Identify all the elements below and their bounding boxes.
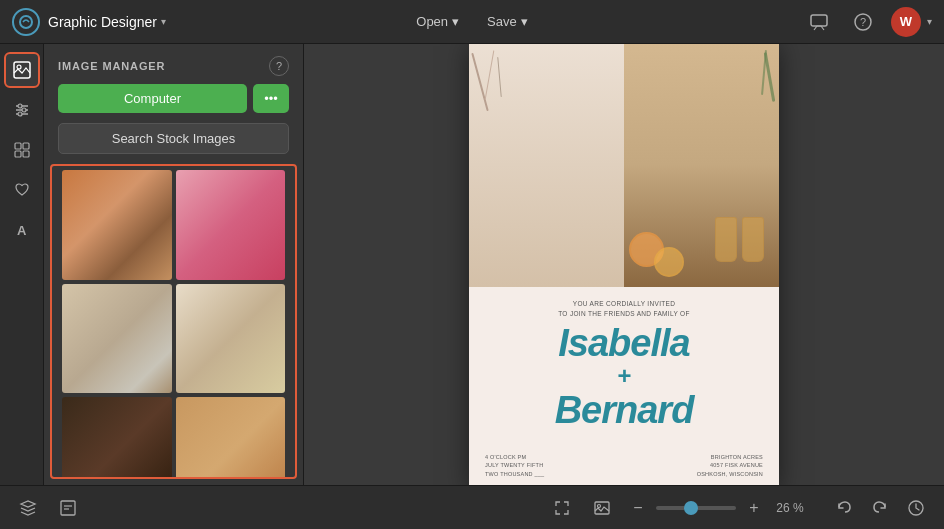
svg-point-0 [20, 16, 32, 28]
save-button[interactable]: Save ▾ [477, 10, 538, 33]
topbar: Graphic Designer ▾ Open ▾ Save ▾ ? W ▾ [0, 0, 944, 44]
zoom-thumb[interactable] [684, 501, 698, 515]
bottombar: − + 26 % [0, 485, 944, 529]
left-panel: IMAGE MANAGER ? Computer ••• Search Stoc… [44, 44, 304, 485]
image-grid-container[interactable] [50, 164, 297, 479]
svg-rect-15 [23, 151, 29, 157]
panel-title: IMAGE MANAGER [58, 60, 165, 72]
open-button[interactable]: Open ▾ [406, 10, 469, 33]
card-footer-right: BRIGHTON ACRES 4057 FISK AVENUE OSHKOSH,… [697, 453, 763, 479]
zoom-slider[interactable] [656, 506, 736, 510]
redo-button[interactable] [864, 492, 896, 524]
image-thumb-6[interactable] [176, 397, 286, 479]
search-stock-button[interactable]: Search Stock Images [58, 123, 289, 154]
svg-rect-13 [23, 143, 29, 149]
wedding-card: YOU ARE CORDIALLY INVITED TO JOIN THE FR… [469, 44, 779, 485]
card-name2: Bernard [485, 391, 763, 429]
svg-text:?: ? [860, 16, 866, 28]
svg-point-11 [18, 112, 22, 116]
svg-point-10 [22, 108, 26, 112]
topbar-center-actions: Open ▾ Save ▾ [406, 10, 537, 33]
app-name-chevron[interactable]: ▾ [161, 16, 166, 27]
svg-point-5 [17, 65, 21, 69]
card-footer: 4 O'CLOCK PM JULY TWENTY FIFTH TWO THOUS… [469, 445, 779, 485]
more-options-button[interactable]: ••• [253, 84, 289, 113]
bottom-right-icons [828, 492, 932, 524]
help-icon-button[interactable]: ? [847, 6, 879, 38]
card-plus: + [485, 362, 763, 391]
zoom-controls: − + 26 % [626, 496, 808, 520]
computer-upload-button[interactable]: Computer [58, 84, 247, 113]
main-area: A IMAGE MANAGER ? Computer ••• Search St… [0, 44, 944, 485]
card-name1: Isabella [485, 324, 763, 362]
avatar-dropdown-icon[interactable]: ▾ [927, 16, 932, 27]
svg-rect-14 [15, 151, 21, 157]
history-button[interactable] [900, 492, 932, 524]
rail-image-manager[interactable] [4, 52, 40, 88]
zoom-value: 26 % [772, 501, 808, 515]
svg-text:A: A [17, 223, 27, 238]
rail-grid[interactable] [4, 132, 40, 168]
page-icon-button[interactable] [52, 492, 84, 524]
icon-rail: A [0, 44, 44, 485]
canvas-area[interactable]: YOU ARE CORDIALLY INVITED TO JOIN THE FR… [304, 44, 944, 485]
panel-actions: Computer ••• [44, 84, 303, 123]
zoom-minus-button[interactable]: − [626, 496, 650, 520]
topbar-right: ? W ▾ [803, 6, 932, 38]
app-logo [12, 8, 40, 36]
svg-rect-12 [15, 143, 21, 149]
rail-adjustments[interactable] [4, 92, 40, 128]
card-invite-text: YOU ARE CORDIALLY INVITED TO JOIN THE FR… [485, 299, 763, 319]
rail-text[interactable]: A [4, 212, 40, 248]
layers-icon-button[interactable] [12, 492, 44, 524]
panel-header: IMAGE MANAGER ? [44, 44, 303, 84]
rail-favorites[interactable] [4, 172, 40, 208]
chat-icon-button[interactable] [803, 6, 835, 38]
svg-point-9 [18, 104, 22, 108]
expand-icon-button[interactable] [546, 492, 578, 524]
svg-rect-20 [595, 502, 609, 514]
card-photo [469, 44, 779, 287]
svg-point-21 [598, 504, 601, 507]
panel-help-button[interactable]: ? [269, 56, 289, 76]
card-footer-left: 4 O'CLOCK PM JULY TWENTY FIFTH TWO THOUS… [485, 453, 544, 479]
image-thumb-3[interactable] [62, 284, 172, 394]
image-thumb-4[interactable] [176, 284, 286, 394]
avatar-group: W ▾ [891, 7, 932, 37]
svg-rect-1 [811, 15, 827, 26]
card-text-area: YOU ARE CORDIALLY INVITED TO JOIN THE FR… [469, 287, 779, 441]
image-thumb-1[interactable] [62, 170, 172, 280]
image-grid [62, 170, 285, 479]
image-thumb-2[interactable] [176, 170, 286, 280]
image-thumb-5[interactable] [62, 397, 172, 479]
svg-rect-17 [61, 501, 75, 515]
image-icon-button[interactable] [586, 492, 618, 524]
app-name: Graphic Designer ▾ [48, 14, 166, 30]
avatar[interactable]: W [891, 7, 921, 37]
undo-button[interactable] [828, 492, 860, 524]
zoom-plus-button[interactable]: + [742, 496, 766, 520]
